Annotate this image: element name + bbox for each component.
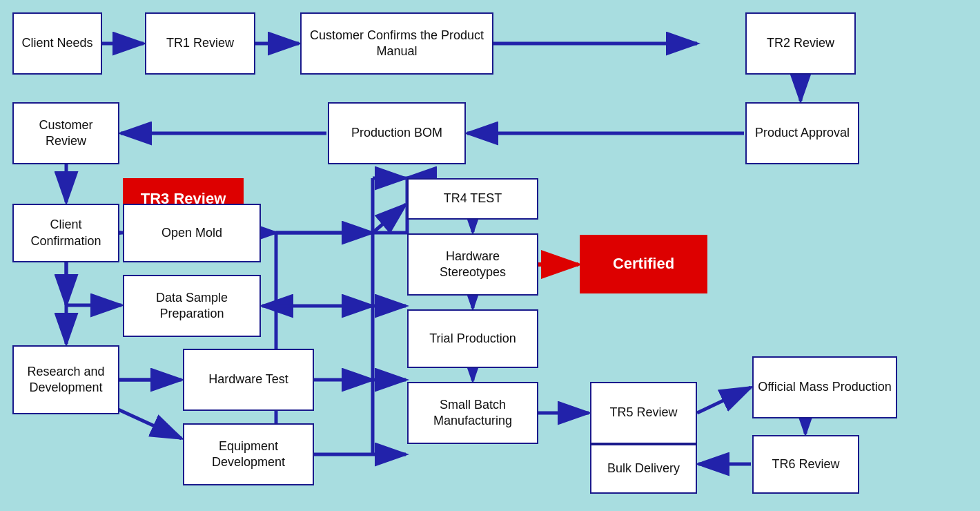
data-sample: Data Sample Preparation bbox=[123, 275, 261, 337]
tr6-review: TR6 Review bbox=[752, 435, 859, 494]
open-mold: Open Mold bbox=[123, 204, 261, 262]
tr4-test: TR4 TEST bbox=[407, 178, 538, 220]
trial-production: Trial Production bbox=[407, 309, 538, 368]
svg-line-38 bbox=[373, 204, 406, 233]
customer-confirms: Customer Confirms the Product Manual bbox=[300, 12, 493, 75]
diagram: Client NeedsTR1 ReviewCustomer Confirms … bbox=[0, 0, 980, 511]
hardware-test: Hardware Test bbox=[183, 349, 314, 411]
certified: Certified bbox=[580, 235, 707, 293]
tr5-review: TR5 Review bbox=[590, 382, 697, 444]
production-bom: Production BOM bbox=[328, 102, 466, 164]
small-batch: Small Batch Manufacturing bbox=[407, 382, 538, 444]
research-dev: Research and Development bbox=[12, 345, 119, 414]
client-needs: Client Needs bbox=[12, 12, 102, 75]
tr1-review: TR1 Review bbox=[145, 12, 255, 75]
tr2-review: TR2 Review bbox=[745, 12, 856, 75]
client-confirmation: Client Confirmation bbox=[12, 204, 119, 262]
svg-line-26 bbox=[697, 387, 751, 413]
hardware-stereo: Hardware Stereotypes bbox=[407, 233, 538, 296]
official-mass: Official Mass Production bbox=[752, 356, 897, 418]
equipment-dev: Equipment Development bbox=[183, 423, 314, 485]
product-approval: Product Approval bbox=[745, 102, 859, 164]
customer-review: Customer Review bbox=[12, 102, 119, 164]
bulk-delivery: Bulk Delivery bbox=[590, 444, 697, 494]
